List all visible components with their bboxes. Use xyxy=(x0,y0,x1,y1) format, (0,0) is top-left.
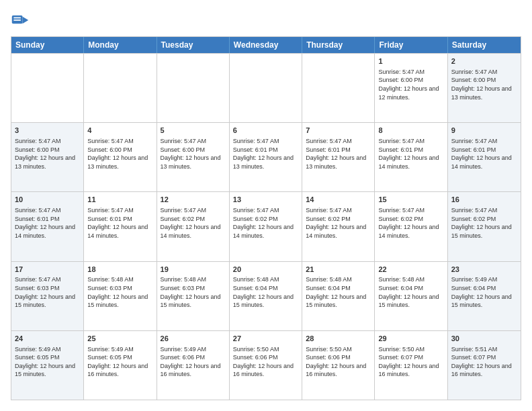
day-info: Sunrise: 5:47 AMSunset: 6:02 PMDaylight:… xyxy=(306,206,371,240)
header-day-saturday: Saturday xyxy=(448,37,521,53)
day-info: Sunrise: 5:47 AMSunset: 6:00 PMDaylight:… xyxy=(451,68,517,101)
cal-cell-2: 2Sunrise: 5:47 AMSunset: 6:00 PMDaylight… xyxy=(448,54,521,122)
day-info: Sunrise: 5:47 AMSunset: 6:01 PMDaylight:… xyxy=(15,206,80,240)
cal-cell-13: 13Sunrise: 5:47 AMSunset: 6:02 PMDayligh… xyxy=(230,192,302,261)
day-number: 13 xyxy=(233,195,298,205)
calendar-row-2: 10Sunrise: 5:47 AMSunset: 6:01 PMDayligh… xyxy=(11,191,521,261)
header-day-tuesday: Tuesday xyxy=(157,37,230,53)
day-number: 20 xyxy=(233,265,298,275)
day-info: Sunrise: 5:47 AMSunset: 6:02 PMDaylight:… xyxy=(233,206,298,240)
day-number: 17 xyxy=(15,265,80,275)
day-number: 9 xyxy=(451,126,517,136)
day-info: Sunrise: 5:47 AMSunset: 6:00 PMDaylight:… xyxy=(161,137,226,171)
cal-cell-6: 6Sunrise: 5:47 AMSunset: 6:01 PMDaylight… xyxy=(230,123,302,191)
day-info: Sunrise: 5:47 AMSunset: 6:01 PMDaylight:… xyxy=(233,137,298,171)
day-number: 28 xyxy=(306,334,371,344)
day-number: 29 xyxy=(378,334,443,344)
cal-cell-26: 26Sunrise: 5:49 AMSunset: 6:06 PMDayligh… xyxy=(157,331,230,400)
day-info: Sunrise: 5:47 AMSunset: 6:00 PMDaylight:… xyxy=(15,137,80,171)
cal-cell-14: 14Sunrise: 5:47 AMSunset: 6:02 PMDayligh… xyxy=(302,192,375,261)
logo-icon xyxy=(11,11,30,30)
day-number: 30 xyxy=(451,334,517,344)
day-number: 6 xyxy=(233,126,298,136)
day-info: Sunrise: 5:47 AMSunset: 6:00 PMDaylight:… xyxy=(87,137,152,171)
day-info: Sunrise: 5:48 AMSunset: 6:03 PMDaylight:… xyxy=(87,275,152,309)
cal-cell-27: 27Sunrise: 5:50 AMSunset: 6:06 PMDayligh… xyxy=(230,331,302,400)
day-info: Sunrise: 5:47 AMSunset: 6:02 PMDaylight:… xyxy=(451,206,517,240)
day-number: 8 xyxy=(378,126,443,136)
cal-cell-4: 4Sunrise: 5:47 AMSunset: 6:00 PMDaylight… xyxy=(84,123,157,191)
day-info: Sunrise: 5:50 AMSunset: 6:06 PMDaylight:… xyxy=(306,345,371,379)
header-day-sunday: Sunday xyxy=(11,37,84,53)
cal-cell-9: 9Sunrise: 5:47 AMSunset: 6:01 PMDaylight… xyxy=(448,123,521,191)
day-number: 16 xyxy=(451,195,517,205)
day-number: 26 xyxy=(161,334,226,344)
day-number: 25 xyxy=(87,334,152,344)
header-day-wednesday: Wednesday xyxy=(230,37,302,53)
day-number: 24 xyxy=(15,334,80,344)
day-info: Sunrise: 5:50 AMSunset: 6:06 PMDaylight:… xyxy=(233,345,298,379)
cal-cell-19: 19Sunrise: 5:48 AMSunset: 6:03 PMDayligh… xyxy=(157,262,230,330)
calendar-body: 1Sunrise: 5:47 AMSunset: 6:00 PMDaylight… xyxy=(11,53,521,400)
cal-cell-1: 1Sunrise: 5:47 AMSunset: 6:00 PMDaylight… xyxy=(375,54,447,122)
cal-cell-18: 18Sunrise: 5:48 AMSunset: 6:03 PMDayligh… xyxy=(84,262,157,330)
header-day-monday: Monday xyxy=(84,37,157,53)
day-info: Sunrise: 5:47 AMSunset: 6:01 PMDaylight:… xyxy=(87,206,152,240)
cal-cell-22: 22Sunrise: 5:48 AMSunset: 6:04 PMDayligh… xyxy=(375,262,447,330)
day-number: 14 xyxy=(306,195,371,205)
calendar-header: SundayMondayTuesdayWednesdayThursdayFrid… xyxy=(11,37,521,53)
cal-cell-3: 3Sunrise: 5:47 AMSunset: 6:00 PMDaylight… xyxy=(11,123,84,191)
day-info: Sunrise: 5:47 AMSunset: 6:01 PMDaylight:… xyxy=(451,137,517,171)
cal-cell-8: 8Sunrise: 5:47 AMSunset: 6:01 PMDaylight… xyxy=(375,123,447,191)
day-number: 3 xyxy=(15,126,80,136)
cal-cell-7: 7Sunrise: 5:47 AMSunset: 6:01 PMDaylight… xyxy=(302,123,375,191)
day-info: Sunrise: 5:47 AMSunset: 6:01 PMDaylight:… xyxy=(306,137,371,171)
calendar-row-3: 17Sunrise: 5:47 AMSunset: 6:03 PMDayligh… xyxy=(11,261,521,330)
day-number: 5 xyxy=(161,126,226,136)
cal-cell-20: 20Sunrise: 5:48 AMSunset: 6:04 PMDayligh… xyxy=(230,262,302,330)
day-info: Sunrise: 5:48 AMSunset: 6:04 PMDaylight:… xyxy=(306,275,371,309)
calendar-row-0: 1Sunrise: 5:47 AMSunset: 6:00 PMDaylight… xyxy=(11,53,521,122)
day-info: Sunrise: 5:47 AMSunset: 6:03 PMDaylight:… xyxy=(15,275,80,309)
day-info: Sunrise: 5:51 AMSunset: 6:07 PMDaylight:… xyxy=(451,345,517,379)
cal-cell-29: 29Sunrise: 5:50 AMSunset: 6:07 PMDayligh… xyxy=(375,331,447,400)
cal-cell-30: 30Sunrise: 5:51 AMSunset: 6:07 PMDayligh… xyxy=(448,331,521,400)
day-info: Sunrise: 5:48 AMSunset: 6:03 PMDaylight:… xyxy=(161,275,226,309)
cal-cell-12: 12Sunrise: 5:47 AMSunset: 6:02 PMDayligh… xyxy=(157,192,230,261)
day-number: 1 xyxy=(378,56,443,66)
day-number: 11 xyxy=(87,195,152,205)
header xyxy=(11,11,521,30)
cal-cell-empty-0-4 xyxy=(302,54,375,122)
cal-cell-10: 10Sunrise: 5:47 AMSunset: 6:01 PMDayligh… xyxy=(11,192,84,261)
day-number: 23 xyxy=(451,265,517,275)
day-info: Sunrise: 5:49 AMSunset: 6:05 PMDaylight:… xyxy=(15,345,80,379)
day-number: 7 xyxy=(306,126,371,136)
day-info: Sunrise: 5:48 AMSunset: 6:04 PMDaylight:… xyxy=(378,275,443,309)
cal-cell-16: 16Sunrise: 5:47 AMSunset: 6:02 PMDayligh… xyxy=(448,192,521,261)
day-number: 12 xyxy=(161,195,226,205)
day-number: 19 xyxy=(161,265,226,275)
day-number: 10 xyxy=(15,195,80,205)
day-number: 2 xyxy=(451,56,517,66)
day-number: 15 xyxy=(378,195,443,205)
page: SundayMondayTuesdayWednesdayThursdayFrid… xyxy=(0,0,532,411)
cal-cell-25: 25Sunrise: 5:49 AMSunset: 6:05 PMDayligh… xyxy=(84,331,157,400)
day-number: 21 xyxy=(306,265,371,275)
cal-cell-23: 23Sunrise: 5:49 AMSunset: 6:04 PMDayligh… xyxy=(448,262,521,330)
cal-cell-21: 21Sunrise: 5:48 AMSunset: 6:04 PMDayligh… xyxy=(302,262,375,330)
cal-cell-5: 5Sunrise: 5:47 AMSunset: 6:00 PMDaylight… xyxy=(157,123,230,191)
calendar-row-4: 24Sunrise: 5:49 AMSunset: 6:05 PMDayligh… xyxy=(11,330,521,400)
day-number: 4 xyxy=(87,126,152,136)
header-day-friday: Friday xyxy=(375,37,447,53)
day-info: Sunrise: 5:47 AMSunset: 6:00 PMDaylight:… xyxy=(378,68,443,101)
svg-rect-2 xyxy=(13,17,21,19)
day-info: Sunrise: 5:47 AMSunset: 6:02 PMDaylight:… xyxy=(161,206,226,240)
day-info: Sunrise: 5:49 AMSunset: 6:05 PMDaylight:… xyxy=(87,345,152,379)
calendar-row-1: 3Sunrise: 5:47 AMSunset: 6:00 PMDaylight… xyxy=(11,122,521,191)
cal-cell-28: 28Sunrise: 5:50 AMSunset: 6:06 PMDayligh… xyxy=(302,331,375,400)
logo xyxy=(11,11,32,30)
day-number: 18 xyxy=(87,265,152,275)
day-info: Sunrise: 5:47 AMSunset: 6:02 PMDaylight:… xyxy=(378,206,443,240)
svg-marker-1 xyxy=(23,17,29,24)
calendar: SundayMondayTuesdayWednesdayThursdayFrid… xyxy=(11,36,521,400)
